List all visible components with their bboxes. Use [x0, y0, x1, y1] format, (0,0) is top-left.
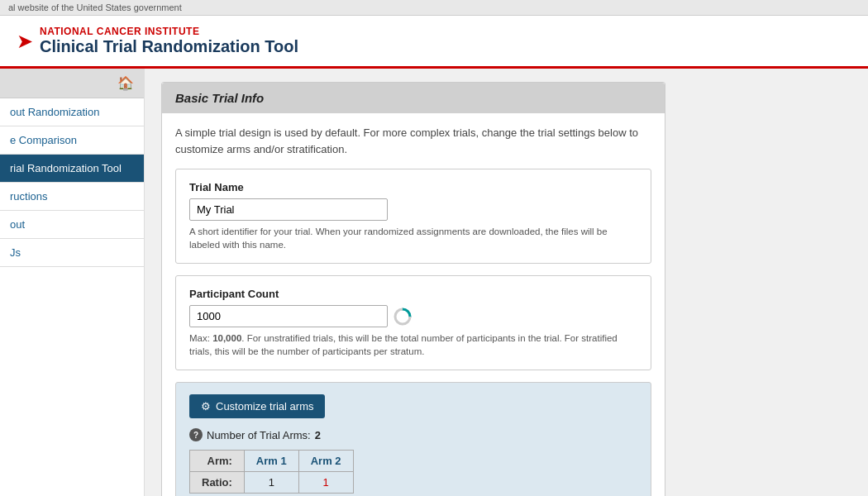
sidebar-home-button[interactable]: 🏠 — [0, 69, 144, 98]
nci-chevron-icon: ➤ — [17, 31, 33, 51]
arm-row-header: Arm: — [190, 451, 245, 472]
arms-info-row: ? Number of Trial Arms: 2 — [189, 428, 637, 441]
trial-name-section: Trial Name A short identifier for your t… — [175, 169, 651, 264]
sidebar-item-comparison[interactable]: e Comparison — [0, 126, 144, 155]
gov-bar-text: al website of the United States governme… — [8, 2, 182, 12]
organization-name: NATIONAL CANCER INSTITUTE — [40, 26, 298, 37]
customize-section: ⚙ Customize trial arms ? Number of Trial… — [175, 382, 651, 496]
trial-name-label: Trial Name — [189, 181, 637, 193]
customize-btn-label: Customize trial arms — [216, 400, 313, 413]
main-layout: 🏠 out Randomization e Comparison rial Ra… — [0, 69, 868, 496]
home-icon: 🏠 — [117, 75, 134, 91]
header: ➤ NATIONAL CANCER INSTITUTE Clinical Tri… — [0, 16, 868, 69]
sidebar-item-randomization[interactable]: out Randomization — [0, 98, 144, 126]
gear-icon: ⚙ — [201, 400, 211, 413]
sidebar: 🏠 out Randomization e Comparison rial Ra… — [0, 69, 145, 496]
participant-count-label: Participant Count — [189, 288, 637, 300]
participant-count-section: Participant Count Max: 10,000. For unstr… — [175, 275, 651, 370]
loading-icon — [393, 307, 413, 327]
card-body: A simple trial design is used by default… — [162, 113, 665, 496]
arm2-ratio-cell: 1 — [298, 472, 353, 494]
content-area: Basic Trial Info A simple trial design i… — [145, 69, 868, 496]
ratio-row-header: Ratio: — [190, 472, 245, 494]
arms-table: Arm: Arm 1 Arm 2 Ratio: — [189, 450, 354, 494]
customize-trial-arms-button[interactable]: ⚙ Customize trial arms — [189, 394, 325, 418]
sidebar-item-js[interactable]: Js — [0, 239, 144, 267]
arm1-ratio-cell: 1 — [244, 472, 298, 494]
card-info-text: A simple trial design is used by default… — [175, 125, 651, 157]
arm2-label: Arm 2 — [311, 455, 341, 467]
arm1-label: Arm 1 — [256, 455, 287, 467]
table-row-arm-name: Arm: Arm 1 Arm 2 — [190, 451, 354, 472]
max-count: 10,000 — [212, 333, 241, 343]
trial-name-hint: A short identifier for your trial. When … — [189, 225, 637, 251]
app-title: Clinical Trial Randomization Tool — [40, 37, 298, 56]
participant-count-input[interactable] — [189, 305, 388, 327]
arms-count: 2 — [315, 429, 321, 441]
trial-name-input[interactable] — [189, 198, 388, 221]
arms-info-label: Number of Trial Arms: — [207, 429, 311, 441]
trial-name-input-row — [189, 198, 637, 221]
table-row-ratio: Ratio: 1 1 — [190, 472, 354, 494]
gov-bar: al website of the United States governme… — [0, 0, 868, 16]
basic-trial-info-card: Basic Trial Info A simple trial design i… — [161, 82, 665, 496]
arm2-name-cell: Arm 2 — [298, 451, 353, 472]
arm2-ratio: 1 — [323, 476, 329, 489]
participant-count-hint: Max: 10,000. For unstratified trials, th… — [189, 331, 637, 358]
sidebar-item-instructions[interactable]: ructions — [0, 183, 144, 211]
arm1-name-cell: Arm 1 — [244, 451, 298, 472]
participant-count-input-row — [189, 305, 637, 327]
card-title: Basic Trial Info — [162, 83, 665, 113]
sidebar-item-tool[interactable]: rial Randomization Tool — [0, 155, 144, 183]
sidebar-item-about[interactable]: out — [0, 211, 144, 239]
question-icon: ? — [189, 428, 203, 441]
arm1-ratio: 1 — [269, 476, 274, 489]
